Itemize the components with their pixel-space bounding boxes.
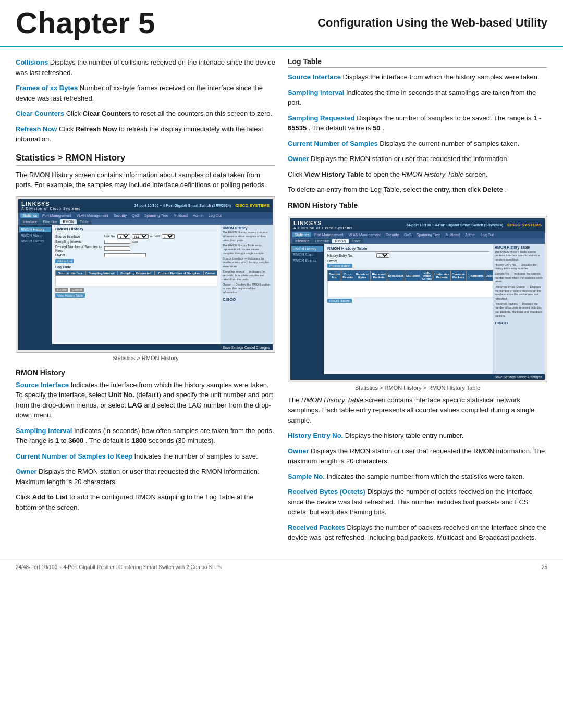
sampling-interval-right-block: Sampling Interval Indicates the time in … [288,88,547,108]
section-heading-rmon-history: Statistics > RMON History [16,153,275,166]
sim-samples-input[interactable] [104,246,130,251]
current-samples-right-term: Current Number of Samples [288,140,378,147]
sim-sidebar2-rmon-events[interactable]: RMON Events [291,257,323,263]
sim-model: 24-port 10/100 + 4-Port Gigabit Smart Sw… [134,204,231,207]
sim-tab-etherlike[interactable]: Etherlike [40,219,59,224]
current-samples-block: Current Number of Samples to Keep Indica… [16,451,275,462]
owner-rmon-table-term: Owner [288,447,309,455]
sim-interval-input[interactable] [104,240,130,244]
page-footer: 24/48-Port 10/100 + 4-Port Gigabit Resil… [0,559,563,575]
sim-samples-label: Desired Number of Samples to Keep [55,245,102,252]
sim-nav-admin[interactable]: Admin [191,213,205,218]
sim-owner-input[interactable] [104,253,146,257]
sim-nav-spanning[interactable]: Spanning Tree [142,213,170,218]
sim2-preview-btn[interactable]: Preview (table) [327,264,352,268]
sim-interval-row: Sampling Interval Sec [55,240,217,244]
sim-view-history-btn[interactable]: View History Table [55,293,85,298]
sim-source-row: Source Interface Unit No. 1 FE1 or LAG 1 [55,234,217,239]
sim-help3: Source Interface — Indicates the interfa… [223,257,271,269]
sim-nav-port[interactable]: Port Management [40,213,74,218]
sim2-row1 [328,281,493,297]
sim-nav2-logout[interactable]: Log Out [479,232,496,237]
sim-nav-qos[interactable]: QoS [130,213,141,218]
sim-tab2-etherlike[interactable]: Etherlike [312,239,332,243]
sample-no-text: Indicates the sample number from which t… [326,473,524,480]
sample-no-term: Sample No. [288,473,325,480]
rcv-bytes-term: Received Bytes (Octets) [288,488,365,496]
range-1-right-bold: 1 [533,114,537,122]
sim-cisco-logo2: CISCO SYSTEMS [507,223,542,227]
range-65535-bold: 65535 [288,124,307,132]
sim2-owner-label: Owner [327,259,374,263]
sim-nav2-spanning[interactable]: Spanning Tree [414,232,443,237]
sim-unit-no-select[interactable]: 1 [117,234,130,239]
sim-col-requested: Sampling Requested [117,270,154,275]
lag-bold: LAG [128,401,142,409]
sim-nav2-multicast[interactable]: Multicast [444,232,462,237]
sim-tab2-rmon[interactable]: RMON [332,239,348,243]
sim-port-select[interactable]: FE1 [132,234,149,239]
sim-nav-statistics[interactable]: Statistics [20,213,39,218]
owner-block-left: Owner Displays the RMON station or user … [16,466,275,487]
sim-right-panel2: RMON History Table The RMON History Tabl… [493,244,545,374]
sim-nav2-qos[interactable]: QoS [402,232,413,237]
sim-nav2-admin[interactable]: Admin [463,232,478,237]
source-interface-right-term: Source Interface [288,73,341,81]
sim2-col-undersize: Undersize Packets [433,270,451,281]
sim2-entry-select[interactable]: 1 [376,253,389,258]
sim-sidebar-rmon-events[interactable]: RMON Events [19,238,51,244]
screenshot1-image: LINKSYSA Division of Cisco Systems 24-po… [18,199,273,350]
sim2-col-rcv-bytes: Received Bytes [354,270,371,281]
sim2-col-oversize: Oversize Packets [450,270,466,281]
sim-sidebar2-rmon-history[interactable]: RMON History [291,246,323,252]
sim-tab-rmon[interactable]: RMON [60,219,76,224]
sim-log-table: Source Interface Sampling Interval Sampl… [55,270,217,286]
screenshot2-caption: Statistics > RMON History > RMON History… [288,385,547,391]
screenshot2-image: LINKSYSA Division of Cisco Systems 24-po… [290,218,545,380]
sim-tab-if[interactable]: Interface [20,219,40,224]
refresh-now-term: Refresh Now [16,125,57,133]
sim-tab2-if[interactable]: Interface [292,239,312,243]
sim-tab-bar1: Interface Etherlike RMON Table [18,219,273,225]
sim-owner-label: Owner [55,253,102,257]
sim-tab2-table[interactable]: Table [349,239,363,243]
sim-nav-vlan[interactable]: VLAN Management [75,213,111,218]
sim-sidebar2-rmon-alarm[interactable]: RMON Alarm [291,252,323,257]
sim-nav-security[interactable]: Security [112,213,129,218]
sim-body2: RMON History RMON Alarm RMON Events RMON… [290,244,545,374]
sim-main1: RMON History Source Interface Unit No. 1… [52,225,221,344]
sim-tab-table[interactable]: Table [77,219,91,224]
sim-delete-btn[interactable]: Delete [55,288,68,292]
sim-nav2-statistics[interactable]: Statistics [292,232,311,237]
sim-nav1: Statistics Port Management VLAN Manageme… [18,212,273,219]
sim-cancel-btn[interactable]: Cancel [70,288,84,292]
refresh-now-bold: Refresh Now [76,125,117,133]
sim-nav2-port[interactable]: Port Management [312,232,346,237]
view-history-italic: RMON History Table [401,170,463,178]
delete-text2: . [505,186,507,193]
sim2-entry-controls: 1 [376,253,389,258]
sim-view-btn-row: View History Table [55,293,217,298]
frames-term: Frames of xx Bytes [16,84,78,92]
page-header: Chapter 5 Configuration Using the Web-ba… [0,0,563,47]
add-to-list-bold: Add to List [32,493,68,501]
sim-add-to-list-btn[interactable]: Add to List [55,259,74,263]
sim-interval-label: Sampling Interval [55,240,102,243]
sim2-rmon-history-btn[interactable]: RMON History [327,299,352,303]
sim-nav2-security[interactable]: Security [384,232,401,237]
source-interface-block: Source Interface Indicates the interface… [16,380,275,421]
sim-nav2-vlan[interactable]: VLAN Management [347,232,383,237]
rmon-table-intro: The RMON History Table screen contains i… [288,395,547,426]
sim-sidebar-rmon-history[interactable]: RMON History [19,227,51,232]
sim-lag-select[interactable]: 1 [162,234,175,239]
sim-nav-multicast[interactable]: Multicast [172,213,190,218]
sim-cisco-logo: CISCO SYSTEMS [235,203,270,208]
view-history-bold: View History Table [304,170,364,178]
owner-right-term: Owner [288,155,309,163]
view-history-text3: screen. [466,170,488,178]
sim-nav-logout[interactable]: Log Out [206,213,224,218]
sim-help9: Received Bytes (Octets) — Displays the n… [495,285,543,301]
rcv-bytes-block: Received Bytes (Octets) Displays the num… [288,487,547,517]
sampling-requested-text: Displays the number of samples to be sav… [357,114,533,122]
sim-sidebar-rmon-alarm[interactable]: RMON Alarm [19,232,51,238]
